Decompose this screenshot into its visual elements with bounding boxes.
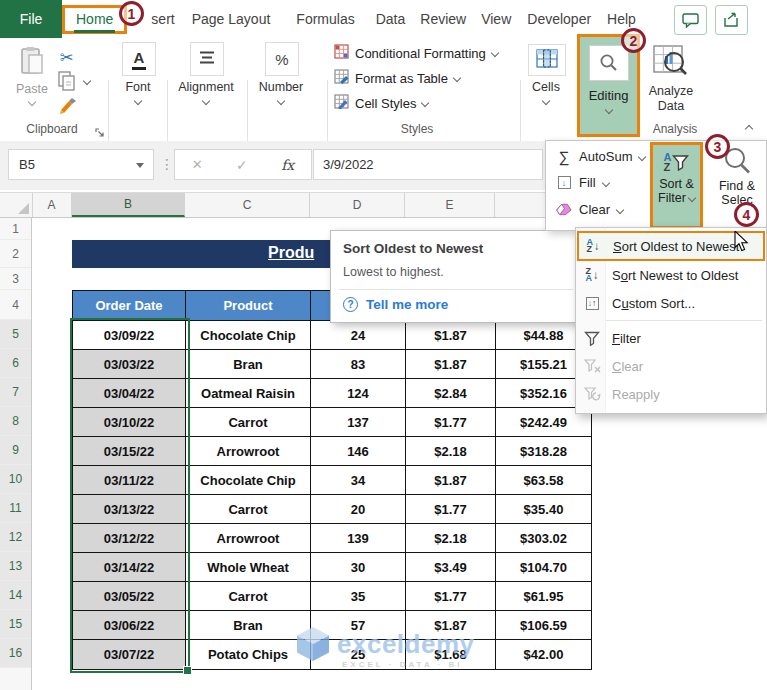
copy-dropdown-chevron[interactable] [83, 77, 91, 85]
table-cell-r12c2[interactable]: 139 [311, 524, 406, 553]
table-cell-r15c3[interactable]: $1.87 [406, 611, 496, 640]
row-header-6[interactable]: 6 [0, 349, 31, 378]
table-cell-r10c4[interactable]: $63.58 [496, 466, 591, 495]
table-cell-r14c3[interactable]: $1.77 [406, 582, 496, 611]
table-cell-r16c2[interactable]: 25 [311, 640, 406, 669]
tab-data[interactable]: Data [376, 11, 406, 27]
tab-view[interactable]: View [481, 11, 511, 27]
tell-me-more-link[interactable]: ? Tell me more [343, 297, 569, 312]
table-cell-r9c2[interactable]: 146 [311, 437, 406, 466]
table-cell-r12c1[interactable]: Arrowroot [186, 524, 311, 553]
table-cell-r15c4[interactable]: $106.59 [496, 611, 591, 640]
table-cell-r9c4[interactable]: $318.28 [496, 437, 591, 466]
table-cell-r16c3[interactable]: $1.68 [406, 640, 496, 669]
table-cell-r10c1[interactable]: Chocolate Chip [186, 466, 311, 495]
row-header-2[interactable]: 2 [0, 240, 31, 268]
table-cell-r8c3[interactable]: $1.77 [406, 408, 496, 437]
table-cell-r11c3[interactable]: $1.77 [406, 495, 496, 524]
table-cell-r10c3[interactable]: $1.87 [406, 466, 496, 495]
table-cell-r13c3[interactable]: $3.49 [406, 553, 496, 582]
table-cell-r10c2[interactable]: 34 [311, 466, 406, 495]
table-cell-r8c2[interactable]: 137 [311, 408, 406, 437]
table-cell-r7c1[interactable]: Oatmeal Raisin [186, 379, 311, 408]
table-cell-r5c3[interactable]: $1.87 [406, 321, 496, 350]
table-cell-r11c0[interactable]: 03/13/22 [73, 495, 186, 524]
table-header-Order Date[interactable]: Order Date [73, 291, 186, 321]
comments-button[interactable] [674, 5, 707, 35]
column-header-B[interactable]: B [72, 193, 185, 217]
table-cell-r5c1[interactable]: Chocolate Chip [186, 321, 311, 350]
clear-button[interactable]: Clear [556, 202, 623, 217]
number-button[interactable]: % [265, 42, 299, 76]
name-box[interactable]: B5 [8, 149, 154, 180]
table-cell-r14c2[interactable]: 35 [311, 582, 406, 611]
table-cell-r16c0[interactable]: 03/07/22 [73, 640, 186, 669]
table-header-Product[interactable]: Product [186, 291, 311, 321]
enter-icon[interactable]: ✓ [236, 157, 248, 173]
table-cell-r12c0[interactable]: 03/12/22 [73, 524, 186, 553]
column-header-A[interactable]: A [32, 193, 72, 217]
row-header-10[interactable]: 10 [0, 465, 31, 494]
table-cell-r12c4[interactable]: $303.02 [496, 524, 591, 553]
table-cell-r11c1[interactable]: Carrot [186, 495, 311, 524]
row-header-15[interactable]: 15 [0, 610, 31, 639]
table-cell-r12c3[interactable]: $2.18 [406, 524, 496, 553]
table-cell-r13c4[interactable]: $104.70 [496, 553, 591, 582]
row-header-7[interactable]: 7 [0, 378, 31, 407]
format-as-table-button[interactable]: Format as Table [334, 69, 460, 87]
cells-button[interactable] [528, 44, 566, 76]
clipboard-dialog-launcher-icon[interactable] [95, 124, 105, 142]
tab-file[interactable]: File [0, 0, 62, 38]
paste-icon[interactable] [20, 46, 44, 80]
analyze-data-label[interactable]: AnalyzeData [640, 84, 702, 114]
table-cell-r14c4[interactable]: $61.95 [496, 582, 591, 611]
conditional-formatting-button[interactable]: Conditional Formatting [334, 44, 498, 62]
cells-dropdown-chevron[interactable] [542, 97, 550, 105]
tab-sert[interactable]: sert [151, 11, 174, 27]
tab-help[interactable]: Help [607, 11, 636, 27]
row-header-14[interactable]: 14 [0, 581, 31, 610]
fill-button[interactable]: ↓ Fill [556, 175, 609, 190]
cancel-icon[interactable]: ✕ [192, 157, 203, 172]
table-cell-r16c4[interactable]: $42.00 [496, 640, 591, 669]
table-cell-r8c0[interactable]: 03/10/22 [73, 408, 186, 437]
tab-page-layout[interactable]: Page Layout [192, 11, 271, 27]
cell-styles-button[interactable]: Cell Styles [334, 94, 428, 112]
autosum-button[interactable]: ∑ AutoSum [556, 148, 645, 165]
table-cell-r14c1[interactable]: Carrot [186, 582, 311, 611]
row-header-4[interactable]: 4 [0, 290, 31, 320]
table-cell-r11c4[interactable]: $35.40 [496, 495, 591, 524]
row-header-12[interactable]: 12 [0, 523, 31, 552]
table-cell-r14c0[interactable]: 03/05/22 [73, 582, 186, 611]
select-all-corner[interactable] [0, 193, 33, 217]
paste-dropdown-chevron[interactable] [28, 98, 36, 106]
sort-filter-button[interactable]: AZ Sort & Filter [650, 142, 703, 229]
column-header-C[interactable]: C [185, 193, 310, 217]
table-cell-r7c2[interactable]: 124 [311, 379, 406, 408]
tab-developer[interactable]: Developer [527, 11, 591, 27]
row-header-9[interactable]: 9 [0, 436, 31, 465]
column-header-D[interactable]: D [310, 193, 405, 217]
table-cell-r5c2[interactable]: 24 [311, 321, 406, 350]
table-cell-r15c1[interactable]: Bran [186, 611, 311, 640]
row-header-3[interactable]: 3 [0, 268, 31, 290]
row-header-5[interactable]: 5 [0, 320, 31, 349]
table-cell-r9c0[interactable]: 03/15/22 [73, 437, 186, 466]
table-cell-r13c0[interactable]: 03/14/22 [73, 553, 186, 582]
table-cell-r11c2[interactable]: 20 [311, 495, 406, 524]
table-cell-r13c2[interactable]: 30 [311, 553, 406, 582]
tab-formulas[interactable]: Formulas [296, 11, 354, 27]
row-header-1[interactable]: 1 [0, 218, 31, 240]
share-button[interactable] [715, 5, 748, 35]
column-header-E[interactable]: E [405, 193, 495, 217]
font-button[interactable]: A [122, 42, 156, 76]
row-header-8[interactable]: 8 [0, 407, 31, 436]
table-cell-r15c2[interactable]: 57 [311, 611, 406, 640]
table-cell-r8c1[interactable]: Carrot [186, 408, 311, 437]
table-cell-r9c1[interactable]: Arrowroot [186, 437, 311, 466]
insert-function-icon[interactable]: fx [281, 157, 294, 173]
row-header-16[interactable]: 16 [0, 639, 31, 668]
number-dropdown-chevron[interactable] [277, 97, 285, 105]
table-cell-r6c2[interactable]: 83 [311, 350, 406, 379]
formula-input[interactable]: 3/9/2022 [313, 149, 543, 180]
